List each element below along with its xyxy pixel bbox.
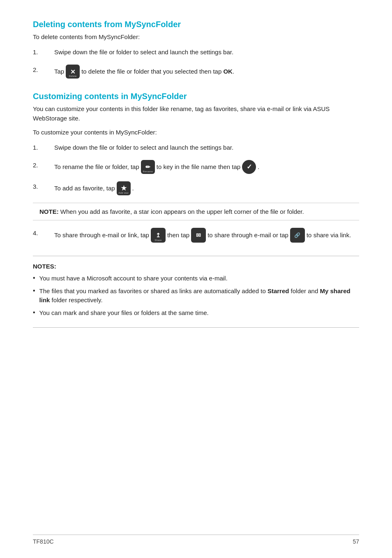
- step-text: Swipe down the file or folder to select …: [54, 142, 233, 153]
- step-content: Tap ✕ Delete to delete the file or folde…: [54, 65, 359, 79]
- step-number: 2.: [33, 160, 54, 170]
- step-item: 1. Swipe down the file or folder to sele…: [33, 47, 359, 58]
- step-text-part: to delete the file or folder that you se…: [81, 66, 234, 77]
- page-number: 57: [353, 538, 359, 545]
- share-icon-btn: ↥ Share: [151, 228, 166, 243]
- customizing-steps: 1. Swipe down the file or folder to sele…: [33, 142, 359, 196]
- note-item-text: You must have a Microsoft account to sha…: [39, 274, 228, 283]
- note-item-text: The files that you marked as favorites o…: [39, 287, 359, 305]
- step-content: To rename the file or folder, tap ✏ Rena…: [54, 160, 359, 174]
- email-icon-btn: ✉: [191, 228, 206, 243]
- step-number: 1.: [33, 47, 54, 57]
- notes-title: NOTES:: [33, 263, 359, 270]
- list-item: • You can mark and share your files or f…: [33, 308, 359, 318]
- addstar-label: Add star: [118, 191, 129, 195]
- confirm-icon-btn: ✓: [242, 160, 256, 174]
- link-icon-btn: 🔗: [290, 228, 305, 243]
- note-item-text: You can mark and share your files or fol…: [39, 308, 209, 318]
- link-icon: 🔗: [294, 233, 300, 238]
- step-text-part: .: [132, 183, 134, 194]
- addstar-icon-btn: ★ Add star: [117, 181, 131, 195]
- step-text-part: To rename the file or folder, tap: [54, 162, 139, 172]
- step-item: 1. Swipe down the file or folder to sele…: [33, 142, 359, 153]
- note-label: NOTE:: [39, 208, 59, 215]
- email-icon: ✉: [196, 232, 201, 238]
- deleting-intro: To delete contents from MySyncFolder:: [33, 32, 359, 42]
- customizing-section: Customizing contents in MySyncFolder You…: [33, 92, 359, 243]
- step-number: 4.: [33, 228, 54, 238]
- step-text-part: to share through e-mail or tap: [208, 230, 288, 241]
- step-content: Swipe down the file or folder to select …: [54, 47, 359, 58]
- step-content: To share through e-mail or link, tap ↥ S…: [54, 228, 359, 243]
- step-item: 3. To add as favorite, tap ★ Add star .: [33, 181, 359, 195]
- customizing-intro: You can customize your contents in this …: [33, 104, 359, 123]
- step-text-part: Tap: [54, 66, 64, 77]
- delete-icon-btn: ✕ Delete: [66, 65, 80, 79]
- step-text-part: To add as favorite, tap: [54, 183, 115, 194]
- rename-label: Rename: [143, 169, 153, 174]
- deleting-title: Deleting contents from MySyncFolder: [33, 20, 359, 29]
- customizing-title: Customizing contents in MySyncFolder: [33, 92, 359, 101]
- rename-icon-btn: ✏ Rename: [141, 160, 155, 174]
- step-text-part: then tap: [167, 230, 189, 241]
- list-item: • The files that you marked as favorites…: [33, 287, 359, 305]
- notes-list: • You must have a Microsoft account to s…: [33, 274, 359, 317]
- share-label: Share: [154, 238, 162, 242]
- step-text-part: .: [258, 162, 259, 172]
- step-item: 4. To share through e-mail or link, tap …: [33, 228, 359, 243]
- step-number: 2.: [33, 65, 54, 75]
- step-number: 3.: [33, 181, 54, 192]
- note-text: When you add as favorite, a star icon ap…: [60, 208, 304, 215]
- delete-label: Delete: [69, 74, 77, 78]
- step-content: To add as favorite, tap ★ Add star .: [54, 181, 359, 195]
- step-text: Swipe down the file or folder to select …: [54, 47, 233, 58]
- step-content: Swipe down the file or folder to select …: [54, 142, 359, 153]
- list-item: • You must have a Microsoft account to s…: [33, 274, 359, 283]
- note-box: NOTE: When you add as favorite, a star i…: [33, 203, 359, 220]
- share-arrow-icon: ↥: [156, 232, 161, 238]
- model-text: TF810C: [33, 538, 54, 545]
- step-text-part: to share via link.: [307, 230, 351, 241]
- step-text-part: to key in the file name then tap: [157, 162, 240, 172]
- checkmark-icon: ✓: [247, 164, 252, 170]
- step-item: 2. To rename the file or folder, tap ✏ R…: [33, 160, 359, 174]
- deleting-steps: 1. Swipe down the file or folder to sele…: [33, 47, 359, 79]
- step-number: 1.: [33, 142, 54, 153]
- step-item: 2. Tap ✕ Delete to delete the file or fo…: [33, 65, 359, 79]
- deleting-section: Deleting contents from MySyncFolder To d…: [33, 20, 359, 79]
- notes-section: NOTES: • You must have a Microsoft accou…: [33, 256, 359, 328]
- step-text-part: To share through e-mail or link, tap: [54, 230, 149, 241]
- page-footer: TF810C 57: [33, 535, 359, 545]
- customizing-intro2: To customize your contents in MySyncFold…: [33, 128, 359, 137]
